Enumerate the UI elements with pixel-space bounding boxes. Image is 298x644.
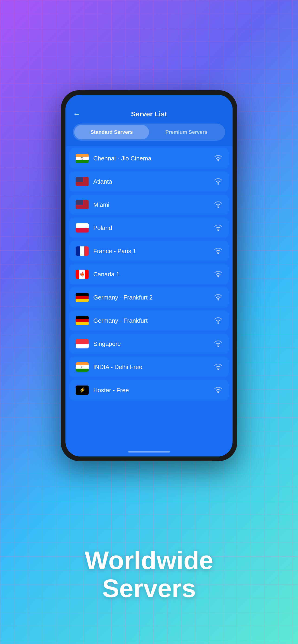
- flag-canada: 🍁: [76, 270, 89, 279]
- wifi-icon: [214, 340, 222, 347]
- bottom-text-block: Worldwide Servers: [0, 546, 298, 602]
- server-name-poland: Poland: [93, 224, 209, 232]
- app-header: ← Server List: [66, 106, 232, 124]
- status-bar: [66, 95, 232, 106]
- page-title: Server List: [131, 110, 167, 118]
- server-item-chennai[interactable]: Chennai - Jio Cinema: [69, 148, 229, 168]
- server-item-canada1[interactable]: 🍁Canada 1: [69, 264, 229, 284]
- worldwide-heading: Worldwide Servers: [0, 546, 298, 602]
- server-name-germany-frankfurt: Germany - Frankfurt: [93, 317, 209, 324]
- wifi-icon: [214, 271, 222, 278]
- server-name-miami: Miami: [93, 201, 209, 208]
- flag-india: [76, 154, 89, 163]
- server-name-atlanta: Atlanta: [93, 178, 209, 185]
- server-item-india-delhi[interactable]: INDIA - Delhi Free: [69, 357, 229, 377]
- server-item-singapore[interactable]: Singapore: [69, 334, 229, 354]
- server-name-france-paris1: France - Paris 1: [93, 248, 209, 255]
- wifi-icon: [214, 225, 222, 231]
- wifi-icon: [214, 317, 222, 324]
- flag-india: [76, 362, 89, 372]
- server-name-hostar: Hostar - Free: [93, 387, 209, 394]
- home-bar: [128, 451, 170, 452]
- server-name-canada1: Canada 1: [93, 271, 209, 278]
- server-name-chennai: Chennai - Jio Cinema: [93, 155, 209, 162]
- server-item-germany-frankfurt[interactable]: Germany - Frankfurt: [69, 310, 229, 331]
- home-indicator: [66, 447, 232, 456]
- phone-frame: ← Server List Standard Servers Premium S…: [61, 90, 237, 461]
- flag-usa: [76, 200, 89, 209]
- flag-germany: [76, 293, 89, 302]
- wifi-icon: [214, 294, 222, 301]
- flag-singapore: [76, 339, 89, 348]
- wifi-icon: [214, 387, 222, 394]
- wifi-icon: [214, 178, 222, 185]
- tab-premium[interactable]: Premium Servers: [149, 125, 224, 139]
- phone-screen: ← Server List Standard Servers Premium S…: [66, 95, 232, 456]
- back-button[interactable]: ←: [73, 110, 80, 118]
- tab-standard[interactable]: Standard Servers: [74, 125, 149, 139]
- wifi-icon: [214, 248, 222, 254]
- server-item-atlanta[interactable]: Atlanta: [69, 171, 229, 192]
- server-name-india-delhi: INDIA - Delhi Free: [93, 364, 209, 371]
- server-item-miami[interactable]: Miami: [69, 194, 229, 215]
- flag-usa: [76, 177, 89, 186]
- server-list: Chennai - Jio Cinema Atlanta Miami Polan…: [66, 146, 232, 447]
- server-item-poland[interactable]: Poland: [69, 218, 229, 238]
- wifi-icon: [214, 202, 222, 208]
- flag-hostar: ⚡: [76, 386, 89, 395]
- flag-germany: [76, 316, 89, 325]
- server-item-germany-frankfurt2[interactable]: Germany - Frankfurt 2: [69, 287, 229, 308]
- wifi-icon: [214, 364, 222, 370]
- server-item-france-paris1[interactable]: France - Paris 1: [69, 241, 229, 261]
- server-item-hostar[interactable]: ⚡Hostar - Free: [69, 380, 229, 400]
- server-name-singapore: Singapore: [93, 340, 209, 348]
- tab-switcher: Standard Servers Premium Servers: [66, 124, 232, 146]
- server-name-germany-frankfurt2: Germany - Frankfurt 2: [93, 294, 209, 301]
- flag-poland: [76, 223, 89, 232]
- flag-france: [76, 246, 89, 256]
- wifi-icon: [214, 155, 222, 162]
- tab-track: Standard Servers Premium Servers: [73, 124, 225, 141]
